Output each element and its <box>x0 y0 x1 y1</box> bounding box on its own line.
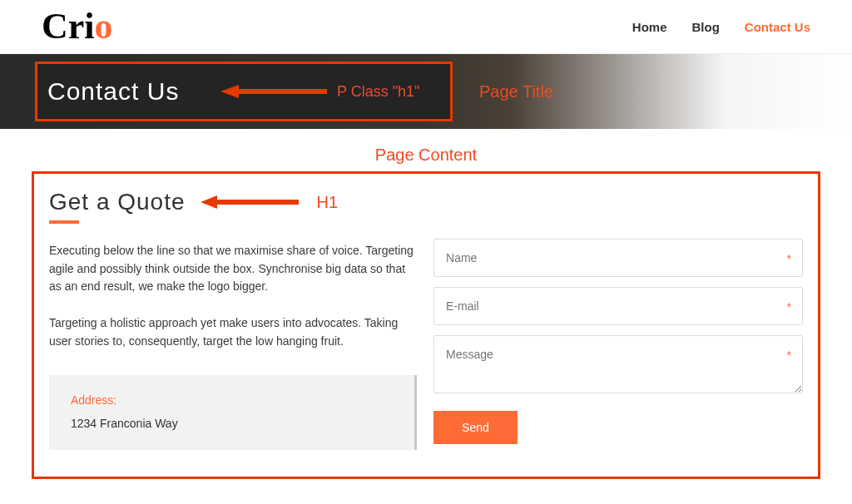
address-card: Address: 1234 Franconia Way <box>49 375 417 450</box>
annotation-p-class: P Class "h1" <box>337 83 420 101</box>
message-textarea[interactable] <box>433 335 803 393</box>
svg-marker-1 <box>201 195 299 209</box>
logo-accent: o <box>95 6 113 47</box>
name-field-wrap: * <box>433 239 803 277</box>
logo-main: Cri <box>42 6 95 47</box>
contact-form: * * * Send <box>433 189 803 477</box>
name-input[interactable] <box>433 239 803 277</box>
main-nav: Home Blog Contact Us <box>632 20 810 34</box>
arrow-left-icon <box>201 195 300 210</box>
content-left-column: Get a Quote H1 Executing below the line … <box>49 189 433 477</box>
email-input[interactable] <box>433 287 803 325</box>
annotation-page-title: Page Title <box>479 82 553 101</box>
logo[interactable]: Crio <box>42 8 113 45</box>
address-line-1: 1234 Franconia Way <box>71 417 393 430</box>
annotation-page-content: Page Content <box>0 146 852 165</box>
page-title-bar: Contact Us P Class "h1" Page Title <box>0 54 852 129</box>
heading-row: Get a Quote H1 <box>49 189 417 215</box>
intro-paragraph-1: Executing below the line so that we maxi… <box>49 242 417 296</box>
message-field-wrap: * <box>433 335 803 396</box>
address-label: Address: <box>71 393 393 407</box>
nav-contact[interactable]: Contact Us <box>745 20 810 34</box>
heading-underline <box>49 220 79 224</box>
page-title: Contact Us <box>47 77 179 106</box>
arrow-left-icon <box>220 83 329 100</box>
page-title-box: Contact Us P Class "h1" <box>35 62 453 121</box>
intro-paragraph-2: Targeting a holistic approach yet make u… <box>49 314 417 350</box>
site-header: Crio Home Blog Contact Us <box>0 0 852 54</box>
nav-home[interactable]: Home <box>632 20 667 34</box>
svg-marker-0 <box>220 85 327 98</box>
annotation-h1: H1 <box>317 193 339 212</box>
send-button[interactable]: Send <box>433 411 518 444</box>
nav-blog[interactable]: Blog <box>691 20 719 34</box>
page-content-box: Get a Quote H1 Executing below the line … <box>32 171 820 479</box>
email-field-wrap: * <box>433 287 803 325</box>
section-heading: Get a Quote <box>49 189 186 215</box>
